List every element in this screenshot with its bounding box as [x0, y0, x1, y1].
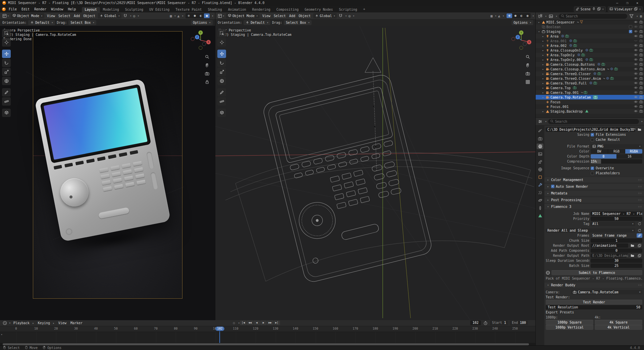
disable-render-icon[interactable]: [639, 44, 643, 48]
start-frame-field[interactable]: Start1: [490, 320, 508, 325]
viewport-menu-select[interactable]: Select: [272, 14, 287, 18]
preset-button[interactable]: 4k Vertical: [595, 325, 642, 330]
tool-measure[interactable]: [2, 97, 11, 106]
test-render-button[interactable]: Test Render: [546, 300, 642, 305]
refresh-icon[interactable]: [637, 228, 642, 233]
hide-eye-icon[interactable]: [634, 44, 638, 48]
expand-arrow-icon[interactable]: ▸: [541, 96, 545, 99]
timeline-menu-keying[interactable]: Keying ▾: [36, 321, 56, 325]
tool-scale[interactable]: [2, 68, 11, 76]
expand-arrow-icon[interactable]: ▸: [541, 110, 545, 113]
timeline-tracks[interactable]: ▸: [0, 332, 535, 343]
tool-transform[interactable]: [217, 77, 226, 85]
checkbox-row[interactable]: Placeholders: [591, 171, 620, 175]
hide-eye-icon[interactable]: [634, 105, 638, 109]
tool-measure[interactable]: [217, 97, 226, 106]
drag-dropdown[interactable]: Select Box▾: [68, 20, 96, 25]
file-browser-icon[interactable]: [637, 243, 642, 248]
properties-tab-data[interactable]: [537, 213, 543, 219]
lock-icon[interactable]: [205, 80, 209, 85]
playhead[interactable]: [219, 332, 220, 343]
viewport-menu-view[interactable]: View: [45, 14, 57, 18]
channel-expander-icon[interactable]: ▸: [1, 333, 3, 336]
disable-render-icon[interactable]: [639, 62, 643, 67]
link-icon[interactable]: [637, 233, 642, 238]
next-keyframe-button[interactable]: ▶▶: [267, 320, 273, 325]
disable-render-icon[interactable]: [639, 67, 643, 71]
expand-arrow-icon[interactable]: ▸: [541, 35, 545, 38]
tool-add-cube[interactable]: [217, 109, 226, 117]
disable-render-icon[interactable]: [639, 72, 643, 76]
display-mode-icon[interactable]: [548, 14, 554, 18]
viewport-menu-select[interactable]: Select: [57, 14, 72, 18]
folder-icon[interactable]: [630, 243, 635, 248]
snap-magnet-icon[interactable]: [122, 14, 128, 18]
outliner-item[interactable]: ▸Camera.Top: [536, 85, 644, 90]
outliner-item[interactable]: ▸Camera.Top.001↪: [536, 90, 644, 95]
tool-rotate[interactable]: [217, 59, 226, 67]
current-frame-badge[interactable]: 102: [215, 327, 224, 331]
disable-render-icon[interactable]: [639, 76, 643, 81]
jump-first-button[interactable]: |◀: [240, 320, 247, 325]
panel-color-management[interactable]: ▸Color Management∷∷: [544, 177, 644, 182]
new-collection-icon[interactable]: ⊞: [639, 14, 643, 18]
camera-view-icon[interactable]: [526, 71, 530, 76]
navigation-gizmo[interactable]: YXZ: [510, 29, 532, 52]
orientation-dropdown[interactable]: Default▾: [244, 20, 270, 25]
disable-render-icon[interactable]: [639, 34, 643, 39]
expand-arrow-icon[interactable]: ▸: [537, 21, 541, 24]
hide-eye-icon[interactable]: [634, 25, 638, 29]
submit-to-flamenco-button[interactable]: Submit to Flamenco: [551, 270, 642, 275]
properties-tab-constraints[interactable]: [537, 205, 543, 211]
color-mode-segment[interactable]: BWRGBRGBA: [591, 149, 642, 154]
transform-orientation-dropdown[interactable]: Global▾: [313, 13, 337, 18]
timeline-menu-view[interactable]: View: [56, 321, 68, 325]
outliner-item[interactable]: ▸Area.TopOnly.001: [536, 57, 644, 62]
copy-icon[interactable]: [597, 7, 601, 11]
render-output-path-field[interactable]: E:\3D Design…stamp}\######: [591, 253, 628, 258]
file-browser-icon[interactable]: [637, 253, 642, 258]
orientation-dropdown[interactable]: Default▾: [28, 20, 55, 25]
preset-button[interactable]: 4k Square: [595, 320, 642, 325]
end-frame-field[interactable]: End180: [510, 320, 528, 325]
pan-hand-icon[interactable]: [205, 63, 209, 68]
viewport-menu-view[interactable]: View: [261, 14, 272, 18]
disable-render-icon[interactable]: [639, 109, 643, 114]
frames-value[interactable]: Scene frame range: [591, 233, 635, 238]
hide-eye-icon[interactable]: [634, 62, 638, 67]
outliner-item[interactable]: ▸MIDI.Sequencer↪: [536, 20, 644, 24]
outliner-item[interactable]: ▸Area.TopOnly: [536, 53, 644, 57]
expand-arrow-icon[interactable]: ▸: [541, 44, 545, 47]
mode-dropdown[interactable]: Object Mode▾: [226, 13, 260, 18]
tool-box-select[interactable]: [2, 29, 11, 38]
expand-arrow-icon[interactable]: ▸: [541, 54, 545, 57]
shading-solid-icon[interactable]: ●: [513, 13, 518, 18]
hide-eye-icon[interactable]: [634, 76, 638, 81]
properties-tab-object[interactable]: [537, 174, 543, 180]
shading-solid-icon[interactable]: ●: [192, 13, 198, 18]
panel-post-processing[interactable]: ▸Post Processing∷∷: [544, 197, 644, 202]
checkbox-row[interactable]: ✓File Extensions: [591, 133, 626, 136]
hide-eye-icon[interactable]: [634, 30, 638, 34]
pan-hand-icon[interactable]: [526, 63, 530, 68]
outliner-item[interactable]: Focus: [536, 100, 644, 104]
timeline-menu-marker[interactable]: Marker: [68, 321, 85, 325]
disable-render-icon[interactable]: [639, 30, 643, 34]
copy-icon[interactable]: [634, 7, 638, 11]
outliner-item[interactable]: ▸Camera.Closeup.Buttons: [536, 62, 644, 67]
hide-eye-icon[interactable]: [634, 109, 638, 114]
hide-eye-icon[interactable]: [634, 91, 638, 95]
close-button[interactable]: ✕: [633, 1, 642, 5]
preset-button[interactable]: 1080p Square: [546, 320, 593, 325]
tool-scale[interactable]: [217, 68, 226, 76]
properties-tab-tool[interactable]: [537, 128, 543, 134]
properties-tab-particles[interactable]: [537, 190, 543, 195]
test-resolution-slider[interactable]: Test Resolution50: [546, 305, 642, 309]
hide-eye-icon[interactable]: [634, 86, 638, 90]
disable-render-icon[interactable]: [639, 81, 643, 85]
camera-view-icon[interactable]: [205, 71, 209, 76]
folder-icon[interactable]: [637, 127, 642, 132]
viewport-3d-canvas[interactable]: Camera Perspective (102) Staging | Camer…: [0, 26, 215, 320]
disable-render-icon[interactable]: [639, 39, 643, 43]
panel-metadata[interactable]: ▸Metadata∷∷: [544, 190, 644, 196]
